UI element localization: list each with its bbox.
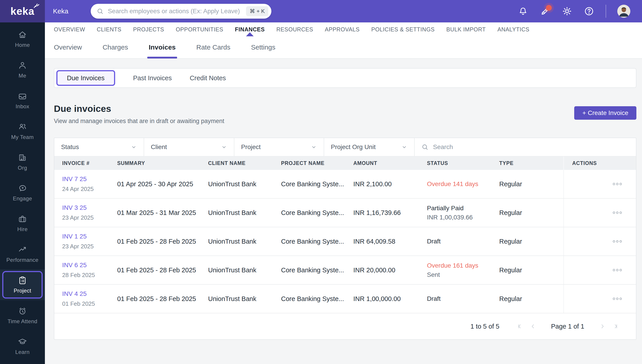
tab-bulk-import[interactable]: BULK IMPORT bbox=[446, 22, 486, 36]
notifications-button[interactable] bbox=[518, 6, 528, 16]
subtab-overview[interactable]: Overview bbox=[54, 36, 82, 58]
tab-due-invoices[interactable]: Due Invoices bbox=[56, 70, 115, 86]
tab-approvals[interactable]: APPROVALS bbox=[325, 22, 360, 36]
summary-cell: 01 Mar 2025 - 31 Mar 2025 bbox=[117, 209, 208, 216]
sidebar-item-time-attend[interactable]: Time Attend bbox=[0, 300, 45, 331]
invoice-link[interactable]: INV 3 25 bbox=[62, 204, 113, 211]
table-row: INV 1 25 23 Apr 2025 01 Feb 2025 - 28 Fe… bbox=[54, 227, 636, 256]
amount-cell: INR 1,00,000.00 bbox=[353, 295, 427, 302]
col-actions: ACTIONS bbox=[563, 156, 636, 170]
avatar[interactable] bbox=[617, 5, 630, 18]
project-cell: Core Banking Syste... bbox=[281, 180, 353, 188]
subtab-rate-cards[interactable]: Rate Cards bbox=[196, 36, 231, 58]
inbox-icon bbox=[18, 92, 27, 101]
tab-opportunities[interactable]: OPPORTUNITIES bbox=[176, 22, 223, 36]
sidebar-item-project[interactable]: Project bbox=[0, 270, 45, 300]
type-cell: Regular bbox=[499, 180, 563, 188]
sidebar-item-engage[interactable]: Engage bbox=[0, 177, 45, 208]
tab-overview[interactable]: OVERVIEW bbox=[54, 22, 85, 36]
subtab-settings[interactable]: Settings bbox=[251, 36, 275, 58]
status-sub-text: Sent bbox=[427, 271, 495, 278]
tab-clients[interactable]: CLIENTS bbox=[97, 22, 121, 36]
tab-projects[interactable]: PROJECTS bbox=[133, 22, 164, 36]
chevron-left-icon bbox=[530, 323, 536, 330]
type-cell: Regular bbox=[499, 295, 563, 302]
page-content: Due Invoices Past Invoices Credit Notes … bbox=[45, 68, 642, 340]
status-filter[interactable]: Status bbox=[54, 138, 144, 156]
row-range: 1 to 5 of 5 bbox=[471, 323, 499, 330]
sidebar-item-home[interactable]: Home bbox=[0, 24, 45, 54]
briefcase-icon bbox=[18, 214, 27, 224]
summary-cell: 01 Feb 2025 - 28 Feb 2025 bbox=[117, 295, 208, 302]
invoice-link[interactable]: INV 7 25 bbox=[62, 176, 113, 183]
tab-policies-settings[interactable]: POLICIES & SETTINGS bbox=[371, 22, 435, 36]
table-search-input[interactable] bbox=[433, 144, 629, 150]
col-client: CLIENT NAME bbox=[208, 160, 281, 166]
page-count: Page 1 of 1 bbox=[551, 323, 584, 330]
bell-icon bbox=[518, 6, 528, 16]
keka-logo[interactable]: keka bbox=[0, 0, 45, 22]
avatar-image bbox=[617, 5, 630, 18]
project-filter[interactable]: Project bbox=[234, 138, 324, 156]
chat-heart-icon bbox=[18, 184, 27, 193]
last-page-button[interactable] bbox=[612, 323, 618, 330]
help-button[interactable] bbox=[584, 6, 594, 16]
chevron-down-icon bbox=[401, 144, 407, 150]
subtab-charges[interactable]: Charges bbox=[103, 36, 128, 58]
create-invoice-button[interactable]: + Create Invoice bbox=[574, 106, 636, 120]
type-cell: Regular bbox=[499, 209, 563, 216]
invoice-tabs-card: Due Invoices Past Invoices Credit Notes bbox=[54, 68, 636, 88]
sidebar-item-inbox[interactable]: Inbox bbox=[0, 85, 45, 116]
first-page-icon bbox=[517, 323, 524, 330]
table-search[interactable] bbox=[414, 138, 636, 156]
first-page-button[interactable] bbox=[517, 323, 524, 330]
invoice-date: 01 Feb 2025 bbox=[62, 300, 113, 307]
sidebar-item-my-team[interactable]: My Team bbox=[0, 116, 45, 146]
sidebar-item-performance[interactable]: Performance bbox=[0, 239, 45, 270]
invoice-link[interactable]: INV 4 25 bbox=[62, 290, 113, 298]
global-search[interactable]: ⌘ + K bbox=[91, 4, 271, 18]
next-page-button[interactable] bbox=[599, 323, 606, 330]
project-cell: Core Banking Syste... bbox=[281, 238, 353, 245]
tab-credit-notes[interactable]: Credit Notes bbox=[190, 74, 226, 82]
module-nav: OVERVIEW CLIENTS PROJECTS OPPORTUNITIES … bbox=[45, 22, 642, 36]
row-actions-button[interactable] bbox=[611, 296, 623, 302]
search-icon bbox=[97, 8, 104, 15]
prev-page-button[interactable] bbox=[530, 323, 536, 330]
graduation-icon bbox=[18, 337, 27, 346]
col-amount: AMOUNT bbox=[353, 160, 427, 166]
col-invoice: INVOICE # bbox=[62, 160, 117, 166]
sidebar-item-learn[interactable]: Learn bbox=[0, 331, 45, 362]
row-actions-button[interactable] bbox=[611, 181, 623, 188]
row-actions-button[interactable] bbox=[611, 209, 623, 216]
invoice-link[interactable]: INV 6 25 bbox=[62, 262, 113, 269]
client-filter[interactable]: Client bbox=[144, 138, 234, 156]
sidebar-item-org[interactable]: Org bbox=[0, 146, 45, 177]
row-actions-button[interactable] bbox=[611, 267, 623, 274]
last-page-icon bbox=[612, 323, 618, 330]
row-actions-button[interactable] bbox=[611, 238, 623, 245]
subtab-invoices[interactable]: Invoices bbox=[149, 36, 175, 58]
notification-dot bbox=[546, 5, 552, 11]
settings-button[interactable] bbox=[562, 6, 572, 16]
tab-past-invoices[interactable]: Past Invoices bbox=[133, 74, 172, 82]
sidebar-item-hire[interactable]: Hire bbox=[0, 208, 45, 239]
org-unit-filter[interactable]: Project Org Unit bbox=[324, 138, 414, 156]
invoice-link[interactable]: INV 1 25 bbox=[62, 233, 113, 240]
app-title: Keka bbox=[53, 8, 68, 15]
invoice-date: 28 Feb 2025 bbox=[62, 272, 113, 278]
tab-resources[interactable]: RESOURCES bbox=[276, 22, 313, 36]
tab-finances[interactable]: FINANCES bbox=[235, 22, 265, 36]
type-cell: Regular bbox=[499, 266, 563, 274]
amount-cell: INR 2,100.00 bbox=[353, 180, 427, 188]
chevron-down-icon bbox=[311, 144, 317, 150]
global-search-input[interactable] bbox=[108, 8, 246, 15]
team-icon bbox=[18, 122, 27, 132]
client-cell: UnionTrust Bank bbox=[208, 209, 281, 216]
whats-new-button[interactable] bbox=[540, 6, 550, 16]
sidebar: Home Me Inbox My Team Org Engage Hire Pe… bbox=[0, 22, 45, 364]
chevron-down-icon bbox=[131, 144, 137, 150]
sidebar-item-me[interactable]: Me bbox=[0, 54, 45, 85]
pagination: 1 to 5 of 5 Page 1 of 1 bbox=[54, 313, 636, 339]
tab-analytics[interactable]: ANALYTICS bbox=[497, 22, 529, 36]
